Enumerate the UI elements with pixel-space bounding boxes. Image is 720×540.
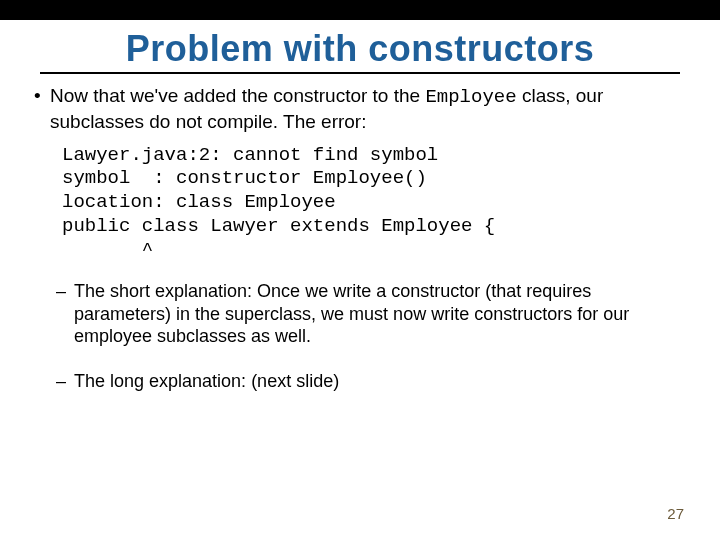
bullet-list: Now that we've added the constructor to … [28,84,692,134]
sub-bullet-item: The long explanation: (next slide) [56,370,692,393]
sub-bullet-item: The short explanation: Once we write a c… [56,280,692,348]
bullet-item: Now that we've added the constructor to … [34,84,692,134]
slide: Problem with constructors Now that we've… [0,0,720,540]
slide-title: Problem with constructors [0,28,720,70]
title-underline [40,72,680,74]
sub-bullet-list: The short explanation: Once we write a c… [28,280,692,392]
code-block: Lawyer.java:2: cannot find symbol symbol… [62,144,692,263]
inline-code: Employee [425,86,516,108]
title-band [0,0,720,20]
bullet-text-pre: Now that we've added the constructor to … [50,85,425,106]
page-number: 27 [667,505,684,522]
slide-body: Now that we've added the constructor to … [0,84,720,392]
